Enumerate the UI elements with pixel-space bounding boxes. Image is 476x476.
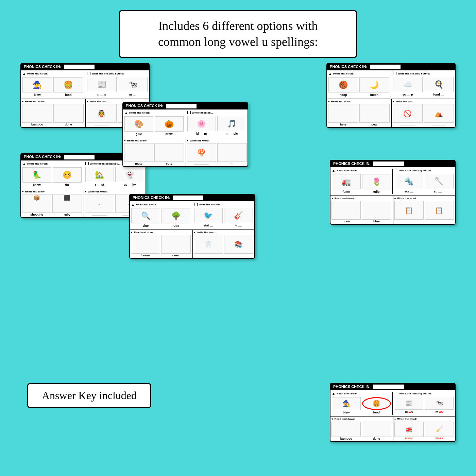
phonics-card-2: PHONICS CHECK IN: ▲ Read and circle: 🏀 h… [326,63,456,128]
card5-header: PHONICS CHECK IN: [330,160,455,167]
card-answer-bottom: ♥ Read and draw: bamboo dune ● Write the… [330,417,455,441]
card1-header: PHONICS CHECK IN: [21,64,149,70]
phonics-card-6: PHONICS CHECK IN: ▲ Read and circle: 🔍 c… [129,194,255,259]
card1-read-section: ▲ Read and circle: 🧙 blew 🍔 food Write t… [21,70,149,99]
card3-header: PHONICS CHECK IN: [123,103,248,109]
card-answer-read-section: ▲ Read and circle: 🧙 blew 🍔 food Write t… [330,390,455,417]
card6-header: PHONICS CHECK IN: [130,194,254,201]
title-text: Includes 6 different options with common… [134,18,342,50]
answer-key-label: Answer Key included [42,389,137,402]
answer-key-box: Answer Key included [27,383,151,408]
card5-read-section: ▲ Read and circle: 🚛 fume 🌷 tulip Write … [330,167,455,196]
phonics-card-3: PHONICS CHECK IN: ▲ Read and circle: 🎨 g… [122,102,248,167]
card3-read-section: ▲ Read and circle: 🎨 glue 🎃 drew Write t… [123,109,248,138]
card2-header: PHONICS CHECK IN: [327,64,455,70]
title-box: Includes 6 different options with common… [119,10,357,58]
card2-read-section: ▲ Read and circle: 🏀 hoop 🌙 moon Write t… [327,70,455,99]
card-answer-header: PHONICS CHECK IN: [330,384,455,390]
phonics-card-5: PHONICS CHECK IN: ▲ Read and circle: 🚛 f… [330,160,456,225]
card4-bottom: ♥ Read and draw: 📦 shooting ⬛ ruby ● Wri… [21,189,146,217]
phonics-card-answer: PHONICS CHECK IN: ▲ Read and circle: 🧙 b… [330,383,456,442]
card2-bottom: ♥ Read and draw: tune pew ● Write the wo… [327,99,455,127]
card6-bottom: ♥ Read and draw: boom crew ● Write the w… [130,230,254,258]
card3-bottom: ♥ Read and draw: mute cute ● Write the w… [123,138,248,166]
card5-bottom: ♥ Read and draw: grew blue ● Write the w… [330,196,455,224]
card6-read-section: ▲ Read and circle: 🔍 clue 🌳 rude Write t… [130,201,254,230]
